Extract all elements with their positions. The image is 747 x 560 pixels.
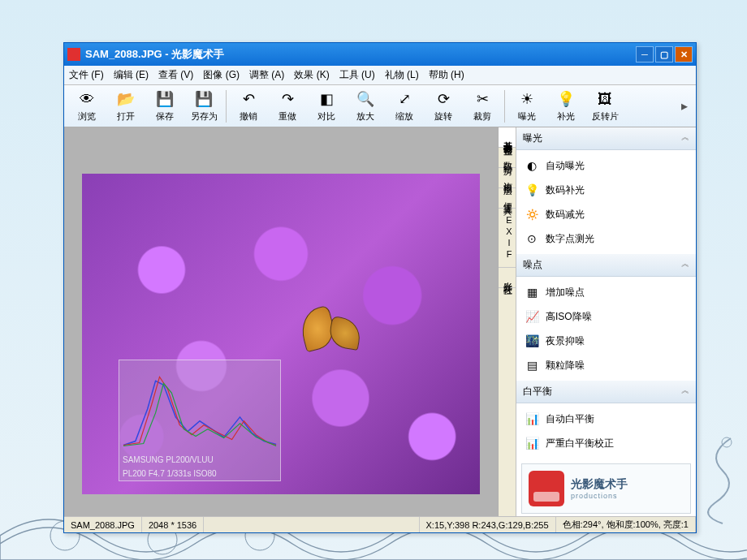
browse-icon: 👁 — [77, 89, 97, 109]
undo-icon: ↶ — [239, 89, 258, 109]
panel-header[interactable]: 曝光︽ — [516, 127, 696, 150]
panel-title: 白平衡 — [523, 385, 552, 398]
app-icon — [67, 48, 80, 61]
action-item[interactable]: ◐自动曝光 — [516, 153, 696, 178]
toolbar-label: 撤销 — [240, 110, 257, 123]
menu-item[interactable]: 编辑 (E) — [114, 68, 149, 82]
toolbar-label: 重做 — [279, 110, 296, 123]
action-icon: ◐ — [525, 158, 539, 173]
panel-title: 噪点 — [523, 258, 542, 272]
action-icon: 📊 — [525, 436, 539, 450]
toolbar-label: 反转片 — [592, 110, 619, 123]
saveas-icon: 💾 — [194, 89, 214, 109]
action-icon: 🔅 — [525, 207, 539, 222]
action-item[interactable]: ▦增加噪点 — [516, 280, 696, 304]
panel-header[interactable]: 噪点︽ — [516, 254, 696, 277]
action-item[interactable]: 📈高ISO降噪 — [516, 304, 696, 329]
image-preview[interactable]: SAMSUNG PL200/VLUU PL200 F4.7 1/331s ISO… — [82, 174, 480, 494]
undo-button[interactable]: ↶撤销 — [229, 87, 268, 126]
brand-box[interactable]: 光影魔术手productions — [521, 463, 691, 514]
vtab-3[interactable]: 便捷工具 — [499, 188, 516, 209]
action-label: 数码补光 — [546, 183, 585, 197]
histogram-overlay[interactable]: SAMSUNG PL200/VLUU PL200 F4.7 1/331s ISO… — [119, 360, 281, 481]
action-item[interactable]: ▤颗粒降噪 — [516, 353, 696, 377]
statusbar: SAM_2088.JPG 2048 * 1536 X:15,Y:398 R:24… — [64, 516, 696, 532]
menu-item[interactable]: 效果 (K) — [294, 68, 329, 82]
menu-item[interactable]: 文件 (F) — [69, 68, 104, 82]
vtab-2[interactable]: 边框图层 — [499, 168, 516, 188]
panel-title: 曝光 — [523, 131, 542, 145]
panel-header[interactable]: 白平衡︽ — [516, 381, 696, 403]
action-item[interactable]: 🌃夜景抑噪 — [516, 329, 696, 353]
open-button[interactable]: 📂打开 — [106, 87, 145, 126]
zoomin-button[interactable]: 🔍放大 — [346, 87, 385, 126]
brand-sub: productions — [571, 492, 628, 500]
menu-item[interactable]: 帮助 (H) — [429, 68, 464, 82]
crop-button[interactable]: ✂裁剪 — [463, 87, 502, 126]
fill-button[interactable]: 💡补光 — [546, 87, 585, 126]
vtab-0[interactable]: 基本调整 — [499, 127, 516, 148]
toolbar-label: 另存为 — [191, 110, 218, 123]
collapse-icon: ︽ — [681, 258, 689, 272]
action-item[interactable]: 🔅数码减光 — [516, 202, 696, 226]
action-label: 夜景抑噪 — [546, 334, 585, 348]
vertical-tabs: 基本调整数码暗房边框图层便捷工具EXIF光影社区 — [498, 127, 516, 516]
action-label: 严重白平衡校正 — [546, 437, 614, 450]
action-icon: 📊 — [525, 411, 539, 426]
action-label: 自动白平衡 — [546, 412, 594, 426]
compare-button[interactable]: ◧对比 — [307, 87, 346, 126]
save-icon: 💾 — [155, 89, 175, 109]
redo-button[interactable]: ↷重做 — [268, 87, 307, 126]
reversal-button[interactable]: 🖼反转片 — [585, 87, 624, 126]
vtab-1[interactable]: 数码暗房 — [499, 148, 516, 168]
action-item[interactable]: 📊自动白平衡 — [516, 407, 696, 431]
titlebar[interactable]: SAM_2088.JPG - 光影魔术手 ─ ▢ ✕ — [64, 43, 696, 66]
fill-icon: 💡 — [556, 89, 576, 109]
zoom-button[interactable]: ⤢缩放 — [385, 87, 424, 126]
brand-name: 光影魔术手 — [571, 477, 628, 492]
action-icon: ▤ — [525, 358, 539, 373]
reversal-icon: 🖼 — [595, 89, 615, 109]
toolbar-label: 浏览 — [78, 110, 96, 123]
saveas-button[interactable]: 💾另存为 — [184, 87, 223, 126]
menu-item[interactable]: 调整 (A) — [249, 68, 284, 82]
toolbar-label: 放大 — [356, 110, 374, 123]
menu-item[interactable]: 图像 (G) — [203, 68, 240, 82]
toolbar-label: 补光 — [557, 110, 575, 123]
menubar: 文件 (F)编辑 (E)查看 (V)图像 (G)调整 (A)效果 (K)工具 (… — [64, 66, 696, 85]
menu-item[interactable]: 工具 (U) — [339, 68, 375, 82]
image-content — [301, 308, 366, 353]
action-item[interactable]: 💡数码补光 — [516, 178, 696, 202]
canvas-area[interactable]: SAMSUNG PL200/VLUU PL200 F4.7 1/331s ISO… — [64, 127, 498, 516]
action-icon: 📈 — [525, 309, 539, 324]
save-button[interactable]: 💾保存 — [145, 87, 184, 126]
maximize-button[interactable]: ▢ — [655, 46, 673, 62]
action-label: 增加噪点 — [546, 286, 585, 299]
rotate-icon: ⟳ — [434, 89, 453, 109]
action-label: 数字点测光 — [546, 232, 594, 246]
action-icon: 🌃 — [525, 334, 539, 348]
action-label: 数码减光 — [546, 208, 585, 222]
brand-logo — [529, 471, 564, 506]
zoom-icon: ⤢ — [395, 89, 414, 109]
toolbar: 👁浏览📂打开💾保存💾另存为↶撤销↷重做◧对比🔍放大⤢缩放⟳旋转✂裁剪☀曝光💡补光… — [64, 85, 696, 127]
action-item[interactable]: ⊙数字点测光 — [516, 226, 696, 251]
close-button[interactable]: ✕ — [675, 46, 693, 62]
compare-icon: ◧ — [317, 89, 336, 109]
toolbar-label: 打开 — [117, 110, 135, 123]
menu-item[interactable]: 查看 (V) — [158, 68, 193, 82]
window-title: SAM_2088.JPG - 光影魔术手 — [85, 47, 224, 62]
toolbar-label: 裁剪 — [473, 110, 491, 123]
menu-item[interactable]: 礼物 (L) — [385, 68, 419, 82]
action-item[interactable]: 📊严重白平衡校正 — [516, 431, 696, 455]
exposure-button[interactable]: ☀曝光 — [507, 87, 546, 126]
svg-point-3 — [722, 437, 732, 447]
browse-button[interactable]: 👁浏览 — [67, 87, 106, 126]
vtab-4[interactable]: EXIF — [499, 209, 516, 268]
minimize-button[interactable]: ─ — [636, 46, 654, 62]
action-label: 高ISO降噪 — [546, 310, 592, 324]
toolbar-more[interactable]: ▸ — [676, 98, 693, 114]
vtab-5[interactable]: 光影社区 — [499, 268, 516, 288]
rotate-button[interactable]: ⟳旋转 — [424, 87, 463, 126]
open-icon: 📂 — [116, 89, 136, 109]
